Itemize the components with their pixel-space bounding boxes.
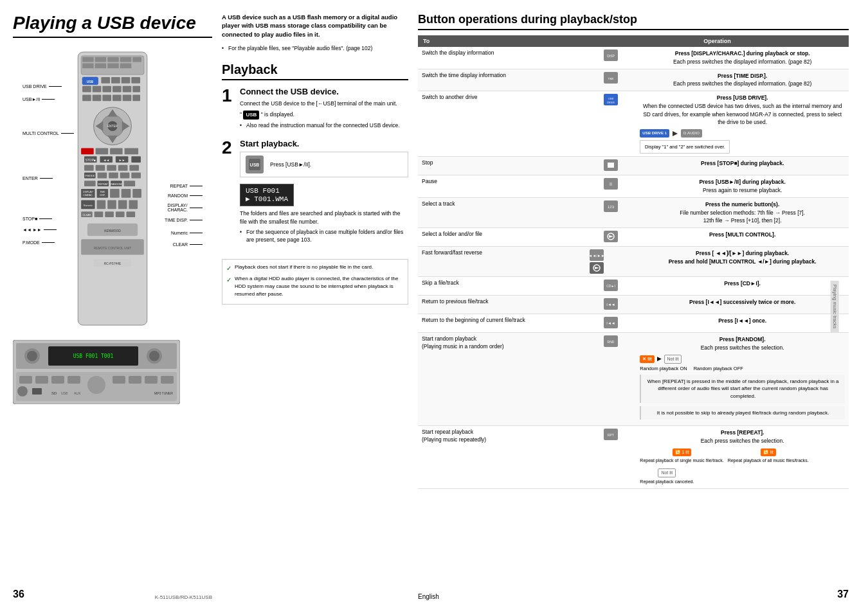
svg-rect-106 [113, 376, 125, 384]
svg-rect-104 [68, 376, 80, 384]
op-ff-rev: Press [ ◄◄]/[►►] during playback. Press … [636, 247, 849, 277]
svg-marker-125 [673, 131, 678, 136]
svg-text:STOP■: STOP■ [86, 159, 96, 162]
svg-rect-23 [82, 94, 91, 101]
svg-rect-0 [78, 52, 147, 325]
middle-panel: A USB device such as a USB flash memory … [212, 13, 418, 600]
svg-rect-84 [116, 211, 125, 217]
svg-text:USB: USB [250, 163, 260, 167]
repeat1-lit: 🔁 1 lit [673, 449, 692, 457]
random-on-label: Random playback ON [640, 365, 687, 372]
op-select-folder: Press [MULTI CONTROL]. [636, 228, 849, 247]
not-lit-badge: Not lit [664, 355, 682, 364]
svg-rect-4 [107, 57, 119, 62]
svg-rect-20 [113, 86, 122, 93]
svg-rect-101 [19, 376, 32, 384]
svg-rect-7 [82, 64, 94, 69]
page-number-left: 36 [13, 589, 24, 600]
page-number-right: 37 [837, 589, 849, 600]
label-ff-rew: ◄◄ ►► [23, 227, 57, 232]
lit-badge: ✕ lit [640, 355, 654, 364]
svg-rect-50 [107, 165, 116, 171]
svg-rect-8 [95, 64, 107, 69]
repeat-not-lit: Not lit [658, 468, 676, 478]
icon-pause: II [586, 175, 636, 198]
label-usb-play: USB►/II [23, 97, 55, 102]
svg-text:USB: USB [87, 80, 94, 84]
icon-stop [586, 157, 636, 175]
caution-box: ✓ Playback does not start if there is no… [222, 259, 408, 305]
svg-rect-108 [145, 376, 158, 384]
table-row: Return to previous file/track I◄◄ Press … [418, 296, 849, 314]
svg-rect-49 [96, 165, 105, 171]
svg-text:CHARAC.: CHARAC. [83, 194, 93, 197]
label-usb-drive: USB DRIVE [23, 84, 62, 89]
table-row: Skip a file/track CD►I Press [CD►I]. [418, 277, 849, 296]
svg-rect-58 [131, 173, 141, 179]
step-2: 2 Start playback. USB Press [USB►/II]. U… [222, 139, 408, 247]
step2-desc: The folders and files are searched and p… [240, 209, 408, 226]
op-repeat: Press [REPEAT]. Each press switches the … [636, 426, 849, 489]
svg-rect-109 [161, 376, 174, 384]
intro-bullet1: For the playable files, see "Playable au… [222, 45, 408, 53]
svg-rect-26 [113, 94, 122, 101]
arrow-right: ▶ [657, 355, 662, 364]
icon-skip: CD►I [586, 277, 636, 296]
svg-rect-16 [131, 77, 140, 84]
usb-badge: USB [243, 111, 259, 120]
svg-rect-27 [123, 94, 132, 101]
svg-text:DISP: DISP [607, 54, 615, 58]
random-note-text-1: When [REPEAT] is pressed in the middle o… [646, 378, 840, 400]
op-skip: Press [CD►I]. [636, 277, 849, 296]
to-select-track: Select a track [418, 197, 586, 227]
right-panel: Button operations during playback/stop T… [418, 13, 849, 600]
table-row: Select a track 123 Press the numeric but… [418, 197, 849, 227]
remote-control-diagram: USB [68, 51, 158, 327]
label-enter: ENTER [23, 176, 53, 181]
svg-rect-3 [95, 57, 107, 62]
icon-display: DISP [586, 47, 636, 69]
op-pause: Press [USB►/II] during playback. Press a… [636, 175, 849, 198]
svg-text:MP3 TUNER: MP3 TUNER [154, 391, 173, 395]
svg-text:SD: SD [51, 391, 57, 395]
svg-text:I◄◄: I◄◄ [606, 303, 615, 306]
usb-play-icon: USB [246, 155, 264, 173]
svg-rect-71 [110, 189, 120, 198]
repeat-desc: Repeat playback of all music files/track… [728, 458, 809, 463]
playback-section-title: Playback [222, 62, 408, 80]
icon-select-track: 123 [586, 197, 636, 227]
svg-rect-107 [129, 376, 141, 384]
display-line2: ▶ T001.WMA [246, 195, 288, 203]
op-select-track: Press the numeric button(s). File number… [636, 197, 849, 227]
intro-text: A USB device such as a USB flash memory … [222, 13, 408, 39]
to-select-folder: Select a folder and/or file [418, 228, 586, 247]
col-op: Operation [586, 35, 849, 47]
random-note-text-2: It is not possible to skip to already pl… [646, 409, 840, 416]
press-usb-play-box: USB Press [USB►/II]. [240, 152, 408, 177]
operations-table: To Operation Switch the display informat… [418, 35, 849, 489]
svg-text:DISPLAY/: DISPLAY/ [83, 191, 93, 193]
svg-text:◄◄/►►: ◄◄/►► [590, 254, 604, 258]
step1-text1: Connect the USB device to the [←USB] ter… [240, 100, 408, 108]
svg-rect-79 [129, 200, 138, 209]
svg-point-95 [27, 351, 37, 361]
op-switch-drive: Press [USB DRIVE]. When the connected US… [636, 91, 849, 157]
to-pause: Pause [418, 175, 586, 198]
caution-text-2: When a digital HDD audio player is conne… [235, 275, 404, 298]
switch-drive-image: USB DRIVE 1 D.AUDIO [640, 129, 845, 138]
icon-prev: I◄◄ [586, 296, 636, 314]
step1-number: 1 [222, 87, 235, 133]
svg-rect-9 [107, 64, 119, 69]
svg-text:Numeric: Numeric [84, 204, 93, 207]
checkmark-1: ✓ [226, 263, 231, 273]
label-display: DISPLAY/CHARAC. [167, 203, 203, 212]
step2-bullet1: For the sequence of playback in case mul… [240, 229, 408, 244]
to-stop: Stop [418, 157, 586, 175]
svg-rect-73 [132, 189, 141, 198]
step-1: 1 Connect the USB device. Connect the US… [222, 87, 408, 133]
svg-rect-28 [132, 94, 140, 101]
svg-rect-6 [132, 57, 141, 62]
label-stop: STOP■ [23, 217, 52, 221]
op-switch-time: Press [TIME DISP.]. Each press switches … [636, 69, 849, 91]
to-switch-display: Switch the display information [418, 47, 586, 69]
